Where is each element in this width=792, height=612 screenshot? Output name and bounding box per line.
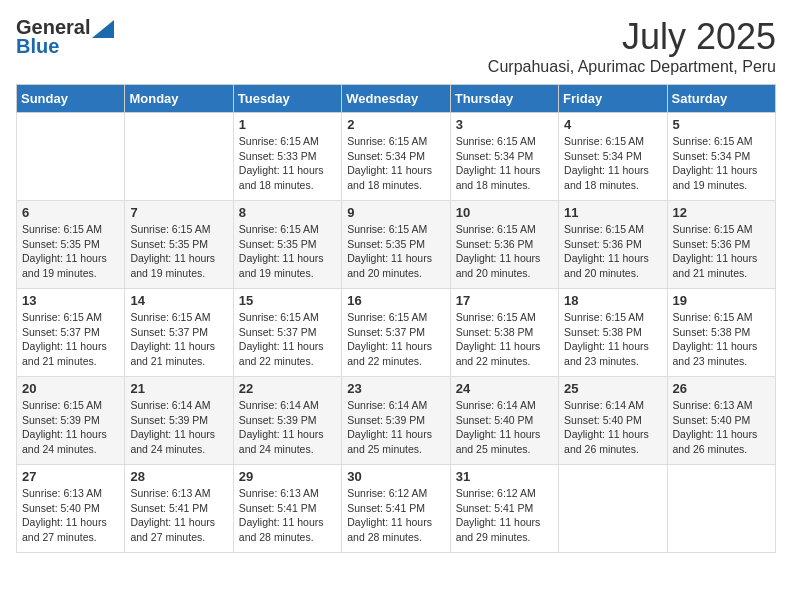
day-number: 19 bbox=[673, 293, 770, 308]
day-number: 29 bbox=[239, 469, 336, 484]
day-info: Sunrise: 6:14 AMSunset: 5:39 PMDaylight:… bbox=[239, 398, 336, 457]
calendar-cell: 27Sunrise: 6:13 AMSunset: 5:40 PMDayligh… bbox=[17, 465, 125, 553]
calendar-cell: 20Sunrise: 6:15 AMSunset: 5:39 PMDayligh… bbox=[17, 377, 125, 465]
day-number: 1 bbox=[239, 117, 336, 132]
day-number: 22 bbox=[239, 381, 336, 396]
calendar-cell: 17Sunrise: 6:15 AMSunset: 5:38 PMDayligh… bbox=[450, 289, 558, 377]
day-number: 31 bbox=[456, 469, 553, 484]
day-info: Sunrise: 6:15 AMSunset: 5:38 PMDaylight:… bbox=[564, 310, 661, 369]
day-info: Sunrise: 6:15 AMSunset: 5:36 PMDaylight:… bbox=[673, 222, 770, 281]
day-info: Sunrise: 6:15 AMSunset: 5:36 PMDaylight:… bbox=[456, 222, 553, 281]
day-info: Sunrise: 6:15 AMSunset: 5:37 PMDaylight:… bbox=[130, 310, 227, 369]
calendar-cell: 12Sunrise: 6:15 AMSunset: 5:36 PMDayligh… bbox=[667, 201, 775, 289]
day-number: 4 bbox=[564, 117, 661, 132]
calendar-cell bbox=[667, 465, 775, 553]
calendar-cell: 13Sunrise: 6:15 AMSunset: 5:37 PMDayligh… bbox=[17, 289, 125, 377]
day-info: Sunrise: 6:15 AMSunset: 5:34 PMDaylight:… bbox=[564, 134, 661, 193]
calendar-cell: 14Sunrise: 6:15 AMSunset: 5:37 PMDayligh… bbox=[125, 289, 233, 377]
title-block: July 2025 Curpahuasi, Apurimac Departmen… bbox=[488, 16, 776, 76]
calendar-week-row: 20Sunrise: 6:15 AMSunset: 5:39 PMDayligh… bbox=[17, 377, 776, 465]
day-info: Sunrise: 6:12 AMSunset: 5:41 PMDaylight:… bbox=[347, 486, 444, 545]
day-number: 20 bbox=[22, 381, 119, 396]
calendar-cell: 21Sunrise: 6:14 AMSunset: 5:39 PMDayligh… bbox=[125, 377, 233, 465]
day-info: Sunrise: 6:15 AMSunset: 5:35 PMDaylight:… bbox=[22, 222, 119, 281]
day-number: 5 bbox=[673, 117, 770, 132]
calendar-cell bbox=[17, 113, 125, 201]
day-info: Sunrise: 6:15 AMSunset: 5:35 PMDaylight:… bbox=[347, 222, 444, 281]
day-info: Sunrise: 6:13 AMSunset: 5:41 PMDaylight:… bbox=[239, 486, 336, 545]
calendar-cell: 6Sunrise: 6:15 AMSunset: 5:35 PMDaylight… bbox=[17, 201, 125, 289]
day-number: 7 bbox=[130, 205, 227, 220]
day-info: Sunrise: 6:14 AMSunset: 5:39 PMDaylight:… bbox=[347, 398, 444, 457]
day-of-week-header: Wednesday bbox=[342, 85, 450, 113]
logo-triangle-icon bbox=[92, 20, 114, 38]
calendar-cell: 31Sunrise: 6:12 AMSunset: 5:41 PMDayligh… bbox=[450, 465, 558, 553]
day-of-week-header: Saturday bbox=[667, 85, 775, 113]
calendar-cell: 7Sunrise: 6:15 AMSunset: 5:35 PMDaylight… bbox=[125, 201, 233, 289]
day-info: Sunrise: 6:15 AMSunset: 5:34 PMDaylight:… bbox=[673, 134, 770, 193]
day-number: 3 bbox=[456, 117, 553, 132]
page-header: General Blue July 2025 Curpahuasi, Apuri… bbox=[16, 16, 776, 76]
day-number: 15 bbox=[239, 293, 336, 308]
calendar-cell: 18Sunrise: 6:15 AMSunset: 5:38 PMDayligh… bbox=[559, 289, 667, 377]
day-number: 27 bbox=[22, 469, 119, 484]
day-number: 11 bbox=[564, 205, 661, 220]
calendar-cell: 16Sunrise: 6:15 AMSunset: 5:37 PMDayligh… bbox=[342, 289, 450, 377]
calendar-cell: 22Sunrise: 6:14 AMSunset: 5:39 PMDayligh… bbox=[233, 377, 341, 465]
calendar-week-row: 6Sunrise: 6:15 AMSunset: 5:35 PMDaylight… bbox=[17, 201, 776, 289]
day-info: Sunrise: 6:15 AMSunset: 5:34 PMDaylight:… bbox=[456, 134, 553, 193]
calendar-cell: 30Sunrise: 6:12 AMSunset: 5:41 PMDayligh… bbox=[342, 465, 450, 553]
calendar-cell: 15Sunrise: 6:15 AMSunset: 5:37 PMDayligh… bbox=[233, 289, 341, 377]
calendar-cell: 1Sunrise: 6:15 AMSunset: 5:33 PMDaylight… bbox=[233, 113, 341, 201]
day-info: Sunrise: 6:15 AMSunset: 5:38 PMDaylight:… bbox=[456, 310, 553, 369]
day-info: Sunrise: 6:15 AMSunset: 5:37 PMDaylight:… bbox=[347, 310, 444, 369]
day-info: Sunrise: 6:13 AMSunset: 5:40 PMDaylight:… bbox=[22, 486, 119, 545]
day-of-week-header: Monday bbox=[125, 85, 233, 113]
day-number: 26 bbox=[673, 381, 770, 396]
calendar-cell: 26Sunrise: 6:13 AMSunset: 5:40 PMDayligh… bbox=[667, 377, 775, 465]
day-info: Sunrise: 6:15 AMSunset: 5:36 PMDaylight:… bbox=[564, 222, 661, 281]
day-info: Sunrise: 6:15 AMSunset: 5:39 PMDaylight:… bbox=[22, 398, 119, 457]
day-info: Sunrise: 6:15 AMSunset: 5:34 PMDaylight:… bbox=[347, 134, 444, 193]
day-of-week-header: Tuesday bbox=[233, 85, 341, 113]
day-info: Sunrise: 6:14 AMSunset: 5:40 PMDaylight:… bbox=[456, 398, 553, 457]
day-number: 23 bbox=[347, 381, 444, 396]
calendar-cell: 10Sunrise: 6:15 AMSunset: 5:36 PMDayligh… bbox=[450, 201, 558, 289]
day-info: Sunrise: 6:15 AMSunset: 5:33 PMDaylight:… bbox=[239, 134, 336, 193]
calendar-cell: 2Sunrise: 6:15 AMSunset: 5:34 PMDaylight… bbox=[342, 113, 450, 201]
day-number: 9 bbox=[347, 205, 444, 220]
calendar-cell: 24Sunrise: 6:14 AMSunset: 5:40 PMDayligh… bbox=[450, 377, 558, 465]
calendar-cell: 23Sunrise: 6:14 AMSunset: 5:39 PMDayligh… bbox=[342, 377, 450, 465]
day-info: Sunrise: 6:14 AMSunset: 5:39 PMDaylight:… bbox=[130, 398, 227, 457]
day-number: 12 bbox=[673, 205, 770, 220]
day-number: 28 bbox=[130, 469, 227, 484]
day-of-week-header: Sunday bbox=[17, 85, 125, 113]
day-info: Sunrise: 6:13 AMSunset: 5:40 PMDaylight:… bbox=[673, 398, 770, 457]
calendar-cell bbox=[559, 465, 667, 553]
day-of-week-header: Friday bbox=[559, 85, 667, 113]
day-number: 14 bbox=[130, 293, 227, 308]
day-number: 10 bbox=[456, 205, 553, 220]
calendar-cell: 25Sunrise: 6:14 AMSunset: 5:40 PMDayligh… bbox=[559, 377, 667, 465]
day-info: Sunrise: 6:15 AMSunset: 5:37 PMDaylight:… bbox=[22, 310, 119, 369]
day-of-week-header: Thursday bbox=[450, 85, 558, 113]
calendar-cell: 4Sunrise: 6:15 AMSunset: 5:34 PMDaylight… bbox=[559, 113, 667, 201]
day-number: 17 bbox=[456, 293, 553, 308]
day-number: 21 bbox=[130, 381, 227, 396]
day-number: 25 bbox=[564, 381, 661, 396]
day-info: Sunrise: 6:15 AMSunset: 5:37 PMDaylight:… bbox=[239, 310, 336, 369]
calendar-cell bbox=[125, 113, 233, 201]
day-number: 6 bbox=[22, 205, 119, 220]
day-info: Sunrise: 6:15 AMSunset: 5:35 PMDaylight:… bbox=[239, 222, 336, 281]
day-number: 2 bbox=[347, 117, 444, 132]
month-title: July 2025 bbox=[488, 16, 776, 58]
day-number: 8 bbox=[239, 205, 336, 220]
calendar-cell: 19Sunrise: 6:15 AMSunset: 5:38 PMDayligh… bbox=[667, 289, 775, 377]
day-number: 18 bbox=[564, 293, 661, 308]
day-number: 16 bbox=[347, 293, 444, 308]
day-number: 13 bbox=[22, 293, 119, 308]
day-info: Sunrise: 6:15 AMSunset: 5:38 PMDaylight:… bbox=[673, 310, 770, 369]
calendar-cell: 29Sunrise: 6:13 AMSunset: 5:41 PMDayligh… bbox=[233, 465, 341, 553]
calendar-week-row: 13Sunrise: 6:15 AMSunset: 5:37 PMDayligh… bbox=[17, 289, 776, 377]
calendar-week-row: 1Sunrise: 6:15 AMSunset: 5:33 PMDaylight… bbox=[17, 113, 776, 201]
